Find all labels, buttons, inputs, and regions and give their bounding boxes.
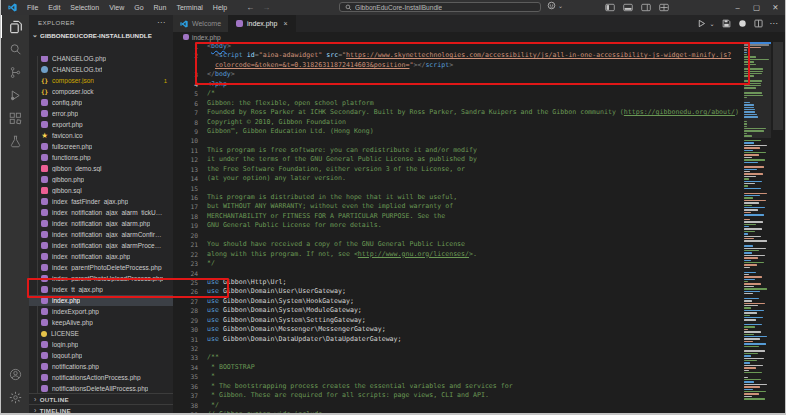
- file-item-keepalive-php[interactable]: keepAlive.php: [29, 317, 173, 328]
- account-icon[interactable]: [1, 363, 29, 386]
- explorer-icon[interactable]: [1, 15, 29, 38]
- code-line-4[interactable]: 4<?php: [173, 80, 744, 89]
- file-item-index-php[interactable]: index.php: [29, 295, 173, 306]
- run-button[interactable]: [697, 19, 706, 28]
- code-line-5[interactable]: 5/*: [173, 89, 744, 98]
- more-actions-icon[interactable]: ⋯: [770, 19, 778, 28]
- file-item-logout-php[interactable]: logout.php: [29, 350, 173, 361]
- menu-view[interactable]: View: [104, 0, 129, 15]
- file-item-gibbon-demo-sql[interactable]: gibbon_demo.sql: [29, 163, 173, 174]
- settings-icon[interactable]: [1, 386, 29, 409]
- maximize-icon[interactable]: ▢: [747, 0, 766, 15]
- code-line-18[interactable]: 18MERCHANTABILITY or FITNESS FOR A PARTI…: [173, 212, 744, 221]
- customize-layout-icon[interactable]: [659, 3, 669, 12]
- code-line-30[interactable]: 30use Gibbon\Domain\Messenger\MessengerG…: [173, 325, 744, 334]
- navigate-back-icon[interactable]: ←: [242, 3, 258, 12]
- file-item-index-parentphotouploadprocess-php[interactable]: index_parentPhotoUploadProcess.php: [29, 273, 173, 284]
- toggle-panel-icon[interactable]: [623, 3, 633, 12]
- code-line-15[interactable]: 15: [173, 184, 744, 193]
- code-line-2[interactable]: 2 <script id="aioa-adawidget" src="https…: [173, 51, 744, 60]
- menu-file[interactable]: File: [22, 0, 43, 15]
- code-line-20[interactable]: 20: [173, 231, 744, 240]
- file-item-gibbon-sql[interactable]: gibbon.sql: [29, 185, 173, 196]
- timeline-section[interactable]: › TIMELINE: [29, 404, 173, 413]
- code-line-14[interactable]: 14(at your option) any later version.: [173, 174, 744, 183]
- command-center-search[interactable]: GibbonEduCore-InstallBundle: [339, 2, 541, 12]
- record-icon[interactable]: [738, 19, 747, 28]
- menu-selection[interactable]: Selection: [65, 0, 104, 15]
- file-item-notificationsactionprocess-php[interactable]: notificationsActionProcess.php: [29, 372, 173, 383]
- minimap[interactable]: [744, 42, 771, 413]
- file-item-gibbon-php[interactable]: gibbon.php: [29, 174, 173, 185]
- code-line-6[interactable]: 6Gibbon: the flexible, open school platf…: [173, 99, 744, 108]
- menu-run[interactable]: Run: [149, 0, 172, 15]
- code-line-25[interactable]: 25use Gibbon\Http\Url;: [173, 278, 744, 287]
- file-item-functions-php[interactable]: functions.php: [29, 152, 173, 163]
- file-item-composer-lock[interactable]: {}composer.lock: [29, 86, 173, 97]
- code-line-3[interactable]: 3</body>: [173, 70, 744, 79]
- source-control-icon[interactable]: [1, 61, 29, 84]
- explorer-more-actions-icon[interactable]: ⋯: [157, 18, 165, 27]
- close-tab-icon[interactable]: ×: [283, 20, 287, 27]
- run-debug-icon[interactable]: [1, 84, 29, 107]
- search-icon[interactable]: [1, 38, 29, 61]
- navigate-forward-icon[interactable]: →: [258, 3, 274, 12]
- scrollbar-thumb[interactable]: [773, 42, 783, 130]
- file-item-index-parentphotodeleteprocess-php[interactable]: index_parentPhotoDeleteProcess.php: [29, 262, 173, 273]
- code-line-32[interactable]: 32: [173, 344, 744, 353]
- menu-go[interactable]: Go: [129, 0, 148, 15]
- file-item-index-tt-ajax-php[interactable]: index_tt_ajax.php: [29, 284, 173, 295]
- code-line-29[interactable]: 29use Gibbon\Domain\System\SettingGatewa…: [173, 316, 744, 325]
- code-line-7[interactable]: 7Founded by Ross Parker at ICHK Secondar…: [173, 108, 744, 117]
- file-item-index-notification-ajax-alarmconfirmprocess-[interactable]: index_notification_ajax_alarmConfirmProc…: [29, 229, 173, 240]
- file-item-index-notification-ajax-alarm-tickupdate-php[interactable]: index_notification_ajax_alarm_tickUpdate…: [29, 207, 173, 218]
- file-item-index-notification-ajax-php[interactable]: index_notification_ajax.php: [29, 251, 173, 262]
- code-line-24[interactable]: 24: [173, 269, 744, 278]
- toggle-primary-sidebar-icon[interactable]: [605, 3, 615, 12]
- code-line-10[interactable]: 10: [173, 136, 744, 145]
- code-line-38[interactable]: 38 */: [173, 401, 744, 410]
- code-line-21[interactable]: 21You should have received a copy of the…: [173, 240, 744, 249]
- file-item-export-php[interactable]: export.php: [29, 119, 173, 130]
- code-line-31[interactable]: 31use Gibbon\Domain\DataUpdater\DataUpda…: [173, 335, 744, 344]
- file-item-indexexport-php[interactable]: indexExport.php: [29, 306, 173, 317]
- code-line-22[interactable]: 22along with this program. If not, see <…: [173, 250, 744, 259]
- code-line-16[interactable]: 16This program is distributed in the hop…: [173, 193, 744, 202]
- vertical-scrollbar[interactable]: [771, 42, 785, 413]
- code-line-8[interactable]: 8Copyright © 2010, Gibbon Foundation: [173, 118, 744, 127]
- code-line-23[interactable]: 23*/: [173, 259, 744, 268]
- file-item-changelog-php[interactable]: CHANGELOG.php: [29, 56, 173, 64]
- breadcrumb[interactable]: index.php: [173, 32, 785, 42]
- copilot-menu[interactable]: ⌄: [547, 1, 563, 10]
- code-line-34[interactable]: 34 * BOOTSTRAP: [173, 363, 744, 372]
- file-item-config-php[interactable]: config.php: [29, 97, 173, 108]
- minimize-icon[interactable]: –: [728, 0, 747, 15]
- project-folder-header[interactable]: ⌄ GIBBONEDUCORE-INSTALLBUNDLE: [29, 30, 173, 41]
- tab-index-php[interactable]: index.php×: [229, 15, 295, 32]
- extensions-icon[interactable]: [1, 107, 29, 130]
- code-line-1[interactable]: 1<body>: [173, 42, 744, 51]
- code-line-37[interactable]: 37 * Gibbon. These are required for all …: [173, 391, 744, 400]
- file-item-error-php[interactable]: error.php: [29, 108, 173, 119]
- code-line-13[interactable]: 13the Free Software Foundation, either v…: [173, 165, 744, 174]
- split-editor-icon[interactable]: [754, 19, 763, 28]
- save-icon[interactable]: [722, 19, 731, 28]
- file-item-index-fastfinder-ajax-php[interactable]: index_fastFinder_ajax.php: [29, 196, 173, 207]
- run-chevron-down-icon[interactable]: ⌄: [709, 20, 714, 27]
- menu-edit[interactable]: Edit: [43, 0, 65, 15]
- close-icon[interactable]: ✕: [766, 0, 785, 15]
- code-area[interactable]: 1<body>2 <script id="aioa-adawidget" src…: [173, 42, 744, 413]
- code-line-9[interactable]: 9Gibbon™, Gibbon Education Ltd. (Hong Ko…: [173, 127, 744, 136]
- code-line-33[interactable]: 33/**: [173, 353, 744, 362]
- code-line-12[interactable]: 12it under the terms of the GNU General …: [173, 155, 744, 164]
- code-line-36[interactable]: 36 * The bootstrapping process creates t…: [173, 382, 744, 391]
- file-item-login-php[interactable]: login.php: [29, 339, 173, 350]
- file-item-favicon-ico[interactable]: ★favicon.ico: [29, 130, 173, 141]
- tab-welcome[interactable]: Welcome: [173, 15, 229, 32]
- code-line-11[interactable]: 11This program is free software: you can…: [173, 146, 744, 155]
- testing-icon[interactable]: [1, 130, 29, 153]
- code-line-28[interactable]: 28use Gibbon\Domain\System\ModuleGateway…: [173, 306, 744, 315]
- code-line-39[interactable]: 39// Gibbon system-wide include: [173, 410, 744, 413]
- file-item-notifications-php[interactable]: notifications.php: [29, 361, 173, 372]
- menu-help[interactable]: Help: [208, 0, 232, 15]
